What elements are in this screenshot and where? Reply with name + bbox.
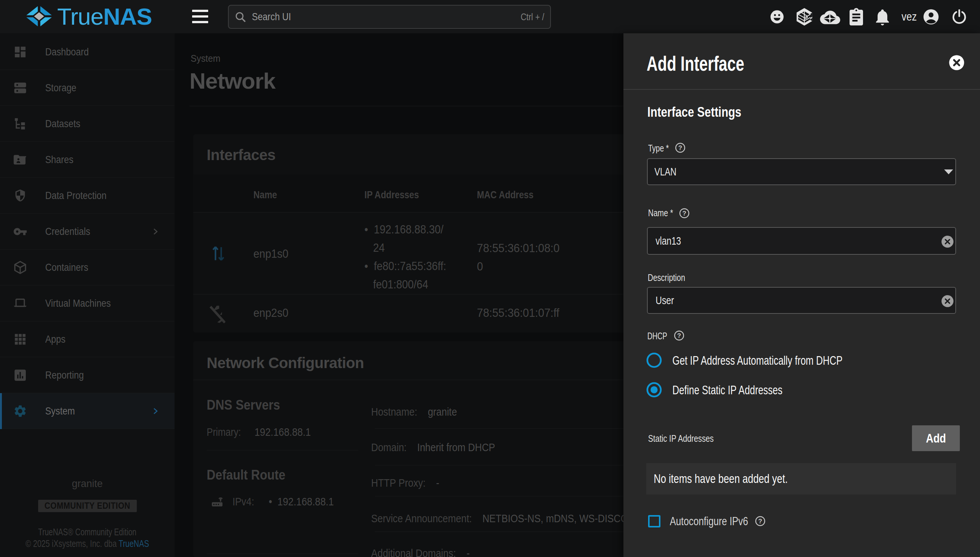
svg-text:?: ? [758, 518, 762, 525]
svg-text:?: ? [677, 332, 681, 339]
svg-text:?: ? [678, 144, 682, 151]
svg-text:?: ? [683, 210, 686, 217]
